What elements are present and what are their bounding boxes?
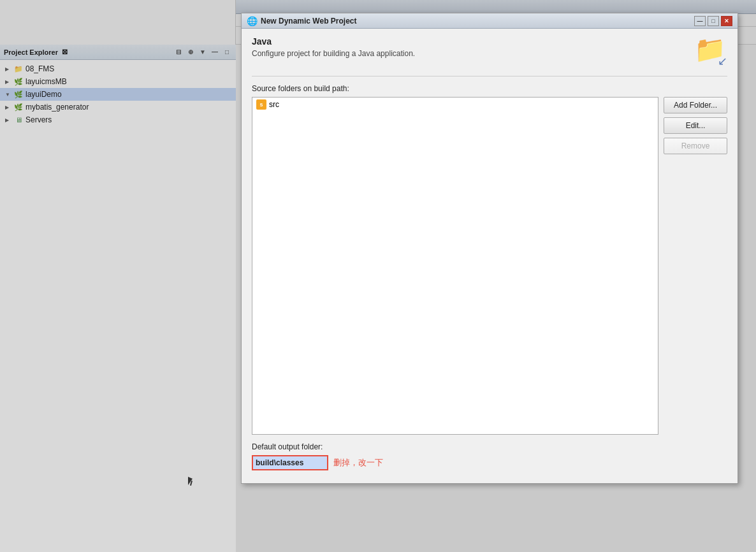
remove-button[interactable]: Remove — [664, 138, 727, 154]
dialog-header-section: Java Configure project for building a Ja… — [252, 36, 727, 76]
dialog-section-title: Java — [252, 36, 415, 47]
output-folder-row: 删掉，改一下 — [252, 455, 727, 470]
output-folder-label: Default output folder: — [252, 442, 727, 451]
dialog-body: Java Configure project for building a Ja… — [242, 29, 738, 483]
folder-list-item-src[interactable]: s src — [252, 98, 658, 112]
src-icon: s — [256, 99, 266, 110]
dialog-minimize-btn[interactable]: — — [694, 16, 706, 26]
dialog-header-image: 📁 ↙ — [694, 36, 727, 69]
edit-button[interactable]: Edit... — [664, 117, 727, 134]
output-folder-section: Default output folder: 删掉，改一下 — [252, 442, 727, 470]
dialog-titlebar-controls: — □ ✕ — [694, 16, 732, 26]
output-folder-annotation: 删掉，改一下 — [333, 457, 383, 468]
folders-area: s src Add Folder... Edit... Remove — [252, 97, 727, 435]
dialog-header-text: Java Configure project for building a Ja… — [252, 36, 415, 58]
header-arrow-icon: ↙ — [718, 54, 727, 68]
dialog-title-text: New Dynamic Web Project — [261, 17, 357, 25]
dialog-restore-btn[interactable]: □ — [708, 16, 719, 26]
source-folders-label: Source folders on build path: — [252, 84, 727, 93]
add-folder-button[interactable]: Add Folder... — [664, 97, 727, 113]
new-dynamic-web-project-dialog: 🌐 New Dynamic Web Project — □ ✕ Java Con… — [241, 13, 738, 484]
dialog-section-description: Configure project for building a Java ap… — [252, 49, 415, 58]
folders-buttons: Add Folder... Edit... Remove — [664, 97, 727, 435]
dialog-close-btn[interactable]: ✕ — [721, 16, 732, 26]
folders-list[interactable]: s src — [252, 97, 658, 435]
dialog-title-icon: 🌐 — [247, 16, 257, 26]
output-folder-input[interactable] — [252, 455, 328, 470]
folder-item-src-label: src — [269, 100, 279, 109]
dialog-titlebar: 🌐 New Dynamic Web Project — □ ✕ — [242, 13, 738, 29]
